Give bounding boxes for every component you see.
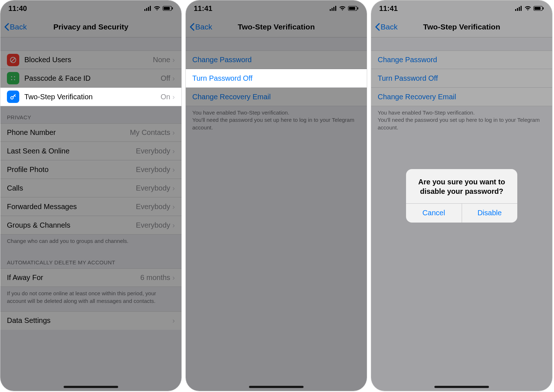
svg-rect-21	[349, 7, 355, 10]
cellular-icon	[330, 6, 337, 11]
row-blocked-users[interactable]: Blocked Users None ›	[0, 51, 181, 69]
svg-rect-22	[357, 7, 358, 9]
row-value: Everybody	[136, 221, 170, 229]
row-value: 6 months	[140, 273, 170, 282]
passcode-icon	[7, 72, 19, 84]
svg-rect-2	[148, 7, 149, 11]
row-label: Passcode & Face ID	[24, 74, 161, 83]
row-change-recovery-email[interactable]: Change Recovery Email	[186, 88, 367, 106]
chevron-right-icon: ›	[172, 273, 175, 282]
row-label: Blocked Users	[24, 56, 153, 64]
svg-rect-5	[164, 7, 170, 10]
row-value: Everybody	[136, 165, 170, 174]
status-time: 11:41	[194, 4, 212, 13]
wifi-icon	[339, 6, 346, 11]
row-calls[interactable]: Calls Everybody ›	[0, 179, 181, 197]
alert-backdrop: Are you sure you want to disable your pa…	[371, 0, 552, 391]
row-label: Change Password	[192, 56, 360, 64]
row-data-settings[interactable]: Data Settings ›	[0, 311, 181, 330]
row-value: None	[153, 56, 170, 64]
chevron-right-icon: ›	[172, 74, 175, 83]
row-last-seen[interactable]: Last Seen & Online Everybody ›	[0, 142, 181, 160]
nav-bar: Back Two-Step Verification	[186, 16, 367, 37]
page-title: Privacy and Security	[53, 23, 129, 31]
home-indicator[interactable]	[249, 386, 304, 388]
row-profile-photo[interactable]: Profile Photo Everybody ›	[0, 160, 181, 179]
row-turn-password-off[interactable]: Turn Password Off	[186, 69, 367, 88]
key-icon	[7, 91, 19, 103]
chevron-right-icon: ›	[172, 93, 175, 101]
row-label: If Away For	[7, 273, 140, 282]
chevron-right-icon: ›	[172, 165, 175, 174]
section-footer-auto-delete: If you do not come online at least once …	[0, 287, 181, 311]
chevron-right-icon: ›	[172, 184, 175, 192]
back-button[interactable]: Back	[4, 16, 27, 37]
status-icons	[144, 6, 173, 11]
row-label: Calls	[7, 184, 136, 192]
row-groups-channels[interactable]: Groups & Channels Everybody ›	[0, 216, 181, 235]
row-value: My Contacts	[130, 128, 170, 137]
svg-rect-18	[333, 7, 334, 11]
row-change-password[interactable]: Change Password	[186, 51, 367, 69]
disable-button[interactable]: Disable	[462, 204, 518, 223]
chevron-right-icon: ›	[172, 316, 175, 325]
row-label: Phone Number	[7, 128, 130, 137]
cancel-button[interactable]: Cancel	[406, 204, 462, 223]
svg-point-9	[11, 76, 12, 77]
row-if-away-for[interactable]: If Away For 6 months ›	[0, 268, 181, 287]
row-label: Turn Password Off	[192, 74, 360, 83]
chevron-left-icon	[4, 23, 9, 31]
row-two-step-verification[interactable]: Two-Step Verification On ›	[0, 88, 181, 106]
section-header-auto-delete: Automatically Delete My Account	[0, 251, 181, 268]
alert-title: Are you sure you want to disable your pa…	[406, 169, 517, 203]
nav-bar: Back Privacy and Security	[0, 16, 181, 37]
svg-rect-16	[330, 9, 331, 11]
svg-point-10	[14, 76, 15, 77]
row-value: Everybody	[136, 184, 170, 192]
chevron-left-icon	[189, 23, 194, 31]
row-label: Profile Photo	[7, 165, 136, 174]
svg-line-8	[11, 58, 15, 62]
status-time: 11:40	[8, 4, 27, 13]
row-label: Two-Step Verification	[24, 93, 161, 101]
chevron-right-icon: ›	[172, 221, 175, 229]
row-value: On	[161, 93, 170, 101]
row-phone-number[interactable]: Phone Number My Contacts ›	[0, 123, 181, 142]
section-footer-twostep: You have enabled Two-Step verification. …	[186, 106, 367, 138]
screen-two-step-verification: 11:41 Back Two-Step Verification Change …	[185, 0, 367, 391]
svg-point-12	[14, 79, 15, 80]
screen-two-step-verification-confirm: 11:41 Back Two-Step Verification Change …	[371, 0, 553, 391]
home-indicator[interactable]	[64, 386, 118, 388]
back-label: Back	[195, 23, 212, 31]
chevron-right-icon: ›	[172, 56, 175, 64]
svg-rect-6	[172, 7, 173, 9]
back-button[interactable]: Back	[189, 16, 212, 37]
disable-password-alert: Are you sure you want to disable your pa…	[406, 169, 517, 223]
wifi-icon	[153, 6, 161, 11]
status-bar: 11:41	[186, 0, 367, 16]
row-label: Last Seen & Online	[7, 147, 136, 155]
cellular-icon	[144, 6, 152, 11]
screen-privacy-security: 11:40 Back Privacy and Security Blocked …	[0, 0, 182, 391]
row-passcode[interactable]: Passcode & Face ID Off ›	[0, 69, 181, 88]
row-value: Everybody	[136, 147, 170, 155]
row-label: Change Recovery Email	[192, 93, 360, 101]
svg-rect-1	[146, 8, 147, 11]
section-footer-privacy: Change who can add you to groups and cha…	[0, 235, 181, 251]
status-bar: 11:40	[0, 0, 181, 16]
section-header-privacy: Privacy	[0, 106, 181, 123]
row-forwarded-messages[interactable]: Forwarded Messages Everybody ›	[0, 197, 181, 216]
svg-rect-3	[150, 6, 151, 11]
back-label: Back	[10, 23, 27, 31]
row-value: Off	[161, 74, 170, 83]
battery-icon	[348, 6, 359, 11]
row-label: Forwarded Messages	[7, 203, 136, 211]
row-value: Everybody	[136, 203, 170, 211]
battery-icon	[162, 6, 173, 11]
row-label: Data Settings	[7, 316, 172, 325]
svg-point-11	[11, 79, 12, 80]
svg-rect-19	[335, 6, 336, 11]
row-label: Groups & Channels	[7, 221, 136, 229]
blocked-icon	[7, 54, 19, 66]
svg-rect-17	[332, 8, 333, 11]
